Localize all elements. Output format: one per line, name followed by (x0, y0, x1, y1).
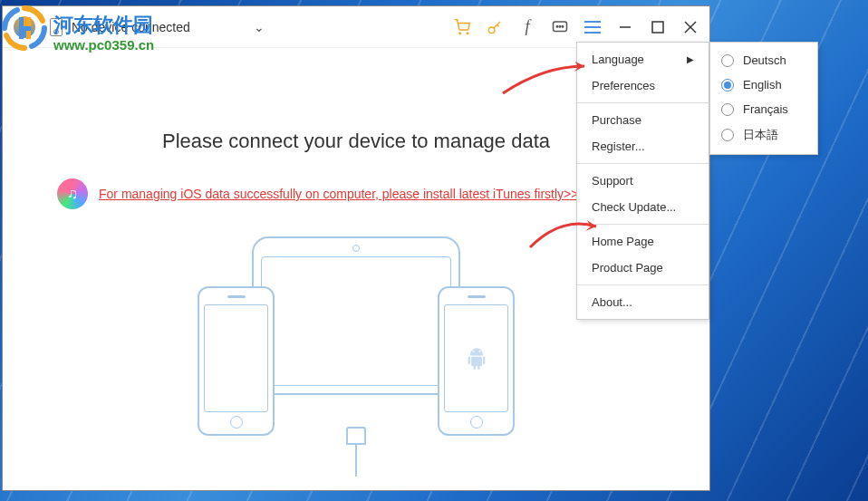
menu-item-home-page[interactable]: Home Page (577, 228, 709, 255)
svg-point-4 (467, 33, 468, 34)
feedback-icon[interactable] (552, 19, 568, 35)
watermark-logo-icon (1, 5, 48, 52)
menu-item-check-update[interactable]: Check Update... (577, 194, 709, 220)
watermark: 河东软件园 www.pc0359.cn (1, 5, 48, 55)
watermark-brand: 河东软件园 (53, 12, 153, 39)
svg-point-7 (556, 25, 558, 27)
menu-item-preferences[interactable]: Preferences (577, 72, 709, 99)
lang-label: English (743, 78, 782, 92)
menu-item-language[interactable]: Language ▶ (577, 46, 709, 72)
lang-label: 日本語 (743, 127, 778, 143)
svg-point-9 (562, 25, 564, 27)
key-icon[interactable] (487, 19, 503, 35)
menu-label: Purchase (592, 113, 641, 127)
menu-label: Preferences (592, 79, 655, 92)
menu-label: Support (592, 174, 633, 188)
lang-option-english[interactable]: English (710, 72, 817, 97)
submenu-arrow-icon: ▶ (687, 54, 694, 64)
android-icon (464, 346, 489, 371)
menu-label: Product Page (592, 261, 663, 275)
minimize-button[interactable] (617, 19, 633, 35)
menu-item-register[interactable]: Register... (577, 133, 709, 159)
itunes-install-link[interactable]: For managing iOS data successfully on co… (99, 187, 578, 201)
main-dropdown-menu: Language ▶ Preferences Purchase Register… (576, 42, 709, 320)
tablet-icon (252, 236, 460, 395)
watermark-url: www.pc0359.cn (53, 37, 154, 53)
svg-rect-2 (19, 26, 31, 31)
menu-label: Home Page (592, 235, 654, 248)
chevron-down-icon: ⌄ (254, 20, 265, 34)
lang-label: Deutsch (743, 53, 786, 67)
language-submenu: Deutsch English Français 日本語 (709, 42, 818, 155)
menu-label: Check Update... (592, 200, 676, 214)
lang-option-deutsch[interactable]: Deutsch (710, 48, 817, 72)
svg-rect-11 (652, 22, 663, 33)
cart-icon[interactable] (454, 19, 470, 35)
menu-label: Register... (592, 140, 645, 153)
lang-option-japanese[interactable]: 日本語 (710, 121, 817, 149)
usb-cable-icon (346, 427, 366, 477)
svg-point-15 (478, 350, 480, 352)
maximize-button[interactable] (650, 19, 666, 35)
radio-icon (721, 129, 734, 141)
itunes-icon (57, 178, 88, 209)
lang-label: Français (743, 102, 788, 116)
menu-item-support[interactable]: Support (577, 168, 709, 194)
radio-icon-selected (721, 79, 734, 92)
menu-item-purchase[interactable]: Purchase (577, 107, 709, 133)
menu-button[interactable] (584, 19, 601, 35)
menu-label: Language (592, 53, 644, 66)
iphone-icon (198, 286, 275, 436)
svg-point-14 (472, 350, 474, 352)
close-button[interactable] (682, 19, 699, 35)
android-phone-icon (438, 286, 515, 436)
svg-point-8 (559, 25, 561, 27)
menu-label: About... (592, 295, 632, 309)
menu-item-product-page[interactable]: Product Page (577, 255, 709, 281)
svg-point-3 (459, 33, 461, 34)
radio-icon (721, 54, 734, 67)
facebook-icon[interactable]: f (519, 19, 535, 35)
lang-option-francais[interactable]: Français (710, 97, 817, 121)
radio-icon (721, 103, 734, 116)
menu-item-about[interactable]: About... (577, 289, 709, 315)
